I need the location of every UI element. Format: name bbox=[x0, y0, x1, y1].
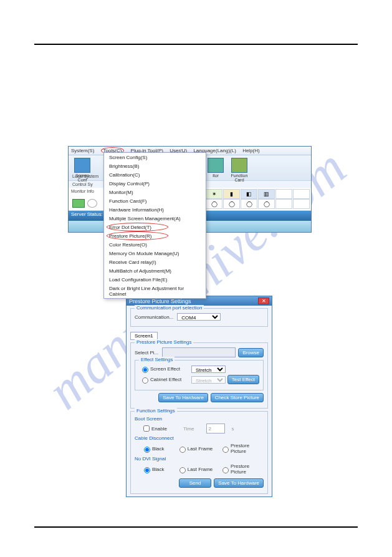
black-label: Black bbox=[152, 467, 173, 472]
enable-checkbox[interactable] bbox=[143, 425, 150, 432]
menu-item[interactable]: Display Control(P) bbox=[104, 179, 206, 188]
menu-item[interactable]: Calibration(C) bbox=[104, 170, 206, 179]
indicator-icon: ◯ bbox=[258, 199, 275, 209]
dvi-lastframe-radio[interactable] bbox=[179, 467, 186, 473]
menu-item[interactable]: Dark or Bright Line Adjustment for Cabin… bbox=[104, 284, 206, 298]
prestore-label: Prestore Picture bbox=[231, 443, 260, 454]
prestore-settings-group: Prestore Picture Settings Select Pi... B… bbox=[130, 342, 268, 409]
black-label: Black bbox=[152, 446, 173, 452]
group-title: Prestore Picture Settings bbox=[135, 339, 193, 345]
dvi-prestore-radio[interactable] bbox=[222, 467, 229, 473]
local-system-label: Local System bbox=[72, 174, 98, 178]
cable-prestore-radio[interactable] bbox=[222, 447, 229, 453]
circle-indicator-icon bbox=[87, 199, 97, 208]
select-picture-label: Select Pi... bbox=[135, 350, 158, 356]
close-button[interactable]: ✕ bbox=[258, 298, 269, 304]
time-unit-label: s bbox=[231, 426, 234, 432]
status-icon bbox=[275, 189, 292, 199]
menu-item-prestore-picture[interactable]: Prestore Picture(R) bbox=[104, 231, 206, 240]
menu-item[interactable]: Receive Card relay(I) bbox=[104, 258, 206, 266]
group-title: Function Settings bbox=[135, 408, 177, 414]
send-button[interactable]: Send bbox=[179, 478, 212, 488]
indicator-icon: ◯ bbox=[241, 199, 257, 209]
cable-lastframe-radio[interactable] bbox=[179, 447, 186, 453]
group-title: Communication port selection bbox=[135, 305, 204, 311]
menu-item[interactable]: Load Configuration File(E) bbox=[104, 275, 206, 284]
test-effect-button[interactable]: Test Effect bbox=[227, 375, 259, 384]
communication-label: Communication... bbox=[135, 314, 173, 320]
cable-disconnect-label: Cable Disconnect bbox=[135, 435, 264, 441]
prestore-picture-dialog: Prestore Picture Settings ✕ Communicatio… bbox=[126, 296, 272, 497]
status-icon: ✶ bbox=[206, 189, 222, 199]
save-to-hardware-button[interactable]: Save To Hardware bbox=[158, 393, 208, 402]
indicator-icon bbox=[293, 199, 310, 209]
menu-item[interactable]: Color Restore(O) bbox=[104, 240, 206, 249]
menu-item[interactable]: Multiple Screen Management(A) bbox=[104, 214, 206, 223]
menu-item[interactable]: Hardware Information(H) bbox=[104, 205, 206, 214]
status-icon: ◧ bbox=[241, 189, 257, 199]
communication-group: Communication port selection Communicati… bbox=[130, 308, 268, 327]
menu-item[interactable]: Function Card(F) bbox=[104, 196, 206, 205]
boot-screen-label: Boot Screen bbox=[135, 416, 264, 422]
menu-item[interactable]: MultiBatch of Adjustment(M) bbox=[104, 266, 206, 275]
indicator-icon: ◯ bbox=[223, 199, 240, 209]
dialog-title: Prestore Picture Settings bbox=[129, 298, 191, 304]
cable-black-radio[interactable] bbox=[144, 447, 150, 453]
time-input bbox=[206, 424, 225, 433]
menu-item[interactable]: Memory On Module Manage(U) bbox=[104, 249, 206, 258]
picture-path-input[interactable] bbox=[162, 347, 236, 357]
status-icon: ▥ bbox=[258, 189, 275, 199]
last-frame-label: Last Frame bbox=[188, 446, 216, 452]
cabinet-effect-label: Cabinet Effect bbox=[150, 377, 188, 382]
menu-system[interactable]: System(S) bbox=[71, 148, 94, 153]
menu-help[interactable]: Help(H) bbox=[242, 148, 260, 153]
check-store-picture-button[interactable]: Check Store Picture bbox=[211, 393, 264, 402]
effect-settings-group: Effect Settings Screen Effect Stretch Ca… bbox=[135, 360, 264, 390]
status-icon bbox=[293, 189, 310, 199]
indicator-icon: ◯ bbox=[206, 199, 222, 209]
screen-effect-label: Screen Effect bbox=[150, 366, 188, 372]
dvi-black-radio[interactable] bbox=[144, 467, 150, 473]
cabinet-effect-radio[interactable] bbox=[142, 377, 148, 384]
communication-select[interactable]: COM4 bbox=[177, 313, 221, 321]
indicator-icon bbox=[275, 199, 292, 209]
last-frame-label: Last Frame bbox=[188, 467, 216, 472]
indicator-row: ◯ ◯ ◯ ◯ bbox=[206, 199, 310, 209]
status-icon: ▮ bbox=[223, 189, 240, 199]
menu-item[interactable]: Brightness(B) bbox=[104, 162, 206, 170]
menu-item[interactable]: Monitor(M) bbox=[104, 188, 206, 196]
group-title: Effect Settings bbox=[139, 357, 174, 362]
toolbar-function-card[interactable]: Function Card bbox=[229, 158, 249, 182]
tools-dropdown-menu: Screen Config(S) Brightness(B) Calibrati… bbox=[103, 152, 206, 299]
no-dvi-label: No DVI Signal bbox=[135, 456, 264, 462]
toolbar-itor[interactable]: itor bbox=[206, 158, 226, 178]
enable-label: Enable bbox=[151, 426, 167, 432]
browse-button[interactable]: Browse bbox=[238, 348, 264, 357]
status-icons-row: ✶ ▮ ◧ ▥ bbox=[206, 189, 310, 199]
menu-item[interactable]: Error Dot Detect(T) bbox=[104, 223, 206, 231]
menu-item[interactable]: Screen Config(S) bbox=[104, 153, 206, 162]
monitor-info-label: Monitor Info bbox=[71, 189, 94, 193]
function-settings-group: Function Settings Boot Screen Enable Tim… bbox=[130, 411, 268, 494]
prestore-label: Prestore Picture bbox=[231, 463, 260, 475]
toolbar-screen-config[interactable]: Screen Conf bbox=[72, 158, 92, 182]
screen-effect-radio[interactable] bbox=[142, 367, 148, 373]
cabinet-effect-select: Stretch bbox=[191, 376, 226, 384]
green-indicator-icon bbox=[72, 199, 85, 208]
save-to-hardware-button-2[interactable]: Save To Hardware bbox=[214, 478, 264, 488]
time-label: Time bbox=[183, 426, 194, 432]
screen-effect-select[interactable]: Stretch bbox=[191, 366, 226, 373]
